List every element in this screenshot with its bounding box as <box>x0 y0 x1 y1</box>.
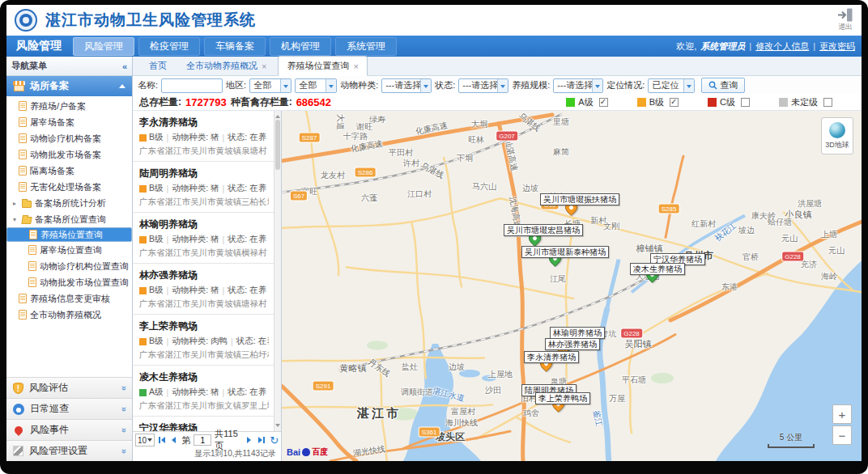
divider: | <box>223 235 225 244</box>
sidebar-item[interactable]: 全市动物养殖概况 <box>6 307 132 323</box>
close-tab-icon[interactable]: × <box>262 61 266 71</box>
tree-toggle-icon[interactable]: ▸ <box>13 200 19 207</box>
top-nav-tab-3[interactable]: 车辆备案 <box>204 37 266 56</box>
change-password-link[interactable]: 更改密码 <box>819 40 855 53</box>
sidebar-item[interactable]: 动物诊疗机构备案 <box>6 130 132 146</box>
tree-toggle-icon[interactable]: ▾ <box>13 216 19 223</box>
farm-list-item[interactable]: 林瑜明养猪场B级|动物种类: 猪|状态: 在养广东省湛江市吴川市黄坡镇横禄村 <box>133 213 274 264</box>
zoom-out-button[interactable]: − <box>832 425 852 445</box>
region-select-1[interactable]: 全部 <box>249 78 291 93</box>
first-page-button[interactable] <box>158 434 167 446</box>
chevron-down-icon <box>147 438 152 444</box>
next-page-button[interactable] <box>245 434 253 446</box>
sidebar-item[interactable]: ▸备案场所统计分析 <box>6 195 132 211</box>
farm-list-item[interactable]: 陆周明养猪场B级|动物种类: 猪|状态: 在养广东省湛江市吴川市黄坡镇三柏长坡村 <box>133 162 274 213</box>
sidebar-accordion-police[interactable]: 日常巡查« <box>6 398 132 419</box>
farm-marker-label[interactable]: 李上荣养鸭场 <box>535 392 590 404</box>
logout-label: 退出 <box>838 22 853 32</box>
pin-icon <box>13 424 24 435</box>
content-tab-1[interactable]: 首页 <box>141 57 175 75</box>
name-label: 名称: <box>138 79 158 91</box>
road-badge-S286: S286 <box>355 168 376 177</box>
farm-marker-label[interactable]: 林瑜明养猪场 <box>550 327 605 339</box>
top-nav-tab-2[interactable]: 检疫管理 <box>138 37 200 56</box>
sidebar-item[interactable]: ▾备案场所位置查询 <box>6 211 132 227</box>
sidebar-item[interactable]: 无害化处理场备案 <box>6 179 132 195</box>
top-nav-tab-4[interactable]: 机构管理 <box>270 37 331 56</box>
sidebar-item[interactable]: 屠宰场位置查询 <box>6 242 132 258</box>
legend-checkbox[interactable] <box>741 98 750 107</box>
sidebar-item[interactable]: 动物批发市场位置查询 <box>6 274 132 290</box>
farm-marker-label[interactable]: 凌木生养猪场 <box>630 263 685 275</box>
close-tab-icon[interactable]: × <box>353 61 358 71</box>
sidebar-section-places[interactable]: 场所备案 <box>6 76 132 96</box>
last-page-button[interactable] <box>257 434 266 446</box>
sidebar-item-label: 隔离场备案 <box>30 165 74 177</box>
farm-list-item[interactable]: 李永清养猪场B级|动物种类: 猪|状态: 在养广东省湛江市吴川市黄坡镇泉塘村 <box>133 111 274 162</box>
legend-checkbox[interactable] <box>823 98 832 107</box>
scale-bar <box>768 444 815 448</box>
farm-status: 状态: 在养 <box>228 132 266 143</box>
scale-select[interactable]: ---请选择--- <box>553 78 603 93</box>
top-nav-tab-5[interactable]: 系统管理 <box>335 37 397 56</box>
sidebar-item[interactable]: 动物批发市场备案 <box>6 146 132 163</box>
search-button[interactable]: 查询 <box>701 78 745 93</box>
region-select-2[interactable]: 全部 <box>295 78 337 93</box>
farm-list-item[interactable]: 林亦强养猪场B级|动物种类: 猪|状态: 在养广东省湛江市吴川市黄坡镇塘禄村 <box>133 264 274 315</box>
legend-checkbox[interactable] <box>670 98 679 107</box>
sidebar-item[interactable]: 屠宰场备案 <box>6 114 132 130</box>
legend-label: A级 <box>578 96 593 108</box>
sidebar-item[interactable]: 动物诊疗机构位置查询 <box>6 258 132 274</box>
refresh-button[interactable]: ↻ <box>270 434 279 446</box>
page-input[interactable] <box>194 434 211 446</box>
location-select[interactable]: 已定位 <box>648 78 695 93</box>
legend-checkbox[interactable] <box>599 98 608 107</box>
sidebar-item[interactable]: 养殖场/户备案 <box>6 98 132 114</box>
species-select[interactable]: ---请选择--- <box>381 78 432 93</box>
sidebar-item[interactable]: 隔离场备案 <box>6 163 132 179</box>
scrollbar-thumb[interactable] <box>275 120 280 170</box>
scroll-down-icon[interactable] <box>275 424 280 430</box>
farm-marker-label[interactable]: 吴川市塘㙍新泰种猪场 <box>521 246 609 258</box>
map-place-label: 大垌 <box>471 119 487 130</box>
map[interactable]: 化廉高速化廉高速乌湛线乌湛线汕湛高速沈海高速大道谢旺绿寿官旺龙友村十字路平田村许… <box>282 111 862 461</box>
sidebar-item[interactable]: 养殖场信息变更审核 <box>6 290 132 307</box>
sidebar-item-label: 屠宰场备案 <box>30 116 74 129</box>
farm-species: 动物种类: 猪 <box>172 387 219 398</box>
scrollbar[interactable] <box>274 111 281 431</box>
scroll-up-icon[interactable] <box>275 112 280 118</box>
farm-marker-label[interactable]: 吴川市塘㙍宏昌猪场 <box>504 224 583 236</box>
status-select[interactable]: ---请选择--- <box>458 78 508 93</box>
edit-profile-link[interactable]: 修改个人信息 <box>755 40 809 53</box>
doc-icon <box>19 133 27 143</box>
logout-icon <box>837 8 853 22</box>
sidebar-accordion-tools[interactable]: 风险管理设置« <box>6 440 132 461</box>
sidebar-item[interactable]: 养殖场位置查询 <box>6 227 132 242</box>
prev-page-button[interactable] <box>169 434 178 446</box>
content-tab-3[interactable]: 养殖场位置查询× <box>278 56 367 76</box>
collapse-sidebar-button[interactable]: « <box>122 61 127 71</box>
content-tab-2[interactable]: 全市动物养殖概况× <box>178 57 274 75</box>
sidebar-accordion-shield[interactable]: !风险评估« <box>6 377 132 398</box>
sidebar-accordion-pin[interactable]: 风险事件« <box>6 419 132 440</box>
farm-list-item[interactable]: 李上荣养鸭场B级|动物种类: 肉鸭|状态: 在养广东省湛江市吴川市黄坡镇三柏圩村 <box>133 315 274 366</box>
farm-list-item[interactable]: 宁汉华养猪场A级|动物种类: 猪|状态: 在养广东省湛江市吴川市振文镇吴川市振文… <box>133 417 274 431</box>
divider: | <box>167 184 169 193</box>
map-place-label: 十字路 <box>343 131 368 142</box>
total-stock-label: 总存栏量: <box>139 95 181 109</box>
grade-swatch <box>139 185 147 193</box>
page-size-select[interactable]: 10 <box>135 434 155 446</box>
select-value: 已定位 <box>649 79 683 91</box>
farm-name: 凌木生养猪场 <box>139 370 269 384</box>
divider: | <box>813 41 815 51</box>
zoom-in-button[interactable]: + <box>832 404 852 424</box>
content-tab-bar: 首页全市动物养殖概况×养殖场位置查询× <box>133 57 862 76</box>
name-input[interactable] <box>161 78 223 93</box>
logout-button[interactable]: 退出 <box>837 8 853 32</box>
farm-marker-label[interactable]: 吴川市塘㙍振扶猪场 <box>540 193 619 205</box>
farm-list-item[interactable]: 凌木生养猪场A级|动物种类: 猪|状态: 在养广东省湛江市吴川市振文镇罗里上地村 <box>133 366 274 417</box>
globe-3d-button[interactable]: 3D地球 <box>821 117 853 154</box>
top-nav-tab-1[interactable]: 风险管理 <box>73 37 134 56</box>
farm-marker-label[interactable]: 李永清养猪场 <box>524 351 579 363</box>
farm-marker-label[interactable]: 林亦强养猪场 <box>545 338 600 350</box>
